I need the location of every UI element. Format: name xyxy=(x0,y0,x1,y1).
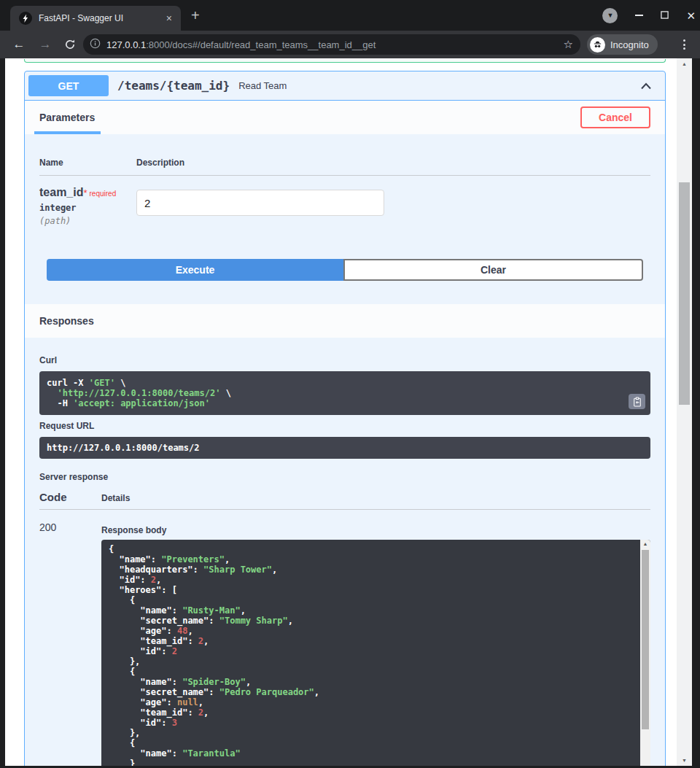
swagger-page: GET /teams/{team_id} Read Team Parameter… xyxy=(5,58,677,766)
parameters-section-header: Parameters Cancel xyxy=(25,100,665,134)
required-label: required xyxy=(90,190,117,198)
tab-title: FastAPI - Swagger UI xyxy=(39,13,163,23)
window-close-button[interactable]: ✕ xyxy=(686,10,696,21)
maximize-button[interactable] xyxy=(661,9,669,22)
parameter-type: integer xyxy=(39,203,136,213)
browser-menu-button[interactable] xyxy=(677,36,691,53)
responses-section-header: Responses xyxy=(25,304,665,338)
minimize-button[interactable] xyxy=(635,15,643,16)
request-url-label: Request URL xyxy=(39,421,650,431)
copy-to-clipboard-button[interactable] xyxy=(629,394,645,409)
page-scrollbar-thumb[interactable] xyxy=(679,182,690,405)
forward-button[interactable]: → xyxy=(35,31,55,58)
curl-command: curl -X 'GET' \ 'http://127.0.0.1:8000/t… xyxy=(39,371,650,415)
opblock-header[interactable]: GET /teams/{team_id} Read Team xyxy=(25,71,665,100)
server-response-label: Server response xyxy=(39,472,650,482)
tab-close-icon[interactable]: × xyxy=(163,12,175,24)
previous-endpoint-block-edge xyxy=(24,59,666,63)
cancel-button[interactable]: Cancel xyxy=(580,106,650,128)
url-host: 127.0.0.1 xyxy=(106,39,146,50)
scroll-up-arrow-icon[interactable]: ▲ xyxy=(640,541,650,546)
url-bar[interactable]: 127.0.0.1:8000/docs#/default/read_team_t… xyxy=(83,34,580,55)
reload-button[interactable] xyxy=(60,31,80,58)
incognito-label: Incognito xyxy=(610,39,649,50)
http-method-badge: GET xyxy=(28,75,109,96)
tab-parameters[interactable]: Parameters xyxy=(39,112,95,123)
execute-button-group: Execute Clear xyxy=(47,259,643,281)
bookmark-star-icon[interactable]: ☆ xyxy=(564,38,573,51)
column-header-description: Description xyxy=(136,158,184,168)
column-header-code: Code xyxy=(39,491,101,503)
required-star: * xyxy=(83,187,87,198)
page-scroll-up-icon[interactable]: ▲ xyxy=(677,61,692,66)
collapse-chevron-up-icon[interactable] xyxy=(640,79,652,93)
browser-titlebar: FastAPI - Swagger UI × + ▼ ✕ xyxy=(0,0,700,31)
active-tab-underline xyxy=(34,131,101,134)
execute-button[interactable]: Execute xyxy=(47,259,343,281)
response-body-scrollbar[interactable]: ▲ xyxy=(640,540,650,766)
response-body-json: { "name": "Preventers", "headquarters": … xyxy=(101,540,650,766)
curl-label: Curl xyxy=(39,355,650,365)
incognito-icon xyxy=(590,37,605,53)
endpoint-path: /teams/{team_id} xyxy=(117,79,230,93)
status-code: 200 xyxy=(39,521,101,766)
responses-body: Curl curl -X 'GET' \ 'http://127.0.0.1:8… xyxy=(25,355,665,766)
opblock-get-teams-team-id: GET /teams/{team_id} Read Team Parameter… xyxy=(24,71,666,766)
url-path: :8000/docs#/default/read_team_teams__tea… xyxy=(146,39,376,50)
incognito-badge: Incognito xyxy=(587,34,658,55)
parameter-name: team_id xyxy=(39,186,83,198)
window-frame-right xyxy=(692,58,700,768)
clear-button[interactable]: Clear xyxy=(343,259,643,281)
back-button[interactable]: ← xyxy=(9,31,29,58)
request-url-value: http://127.0.0.1:8000/teams/2 xyxy=(39,437,650,459)
browser-toolbar: ← → 127.0.0.1:8000/docs#/default/read_te… xyxy=(0,31,700,58)
column-header-details: Details xyxy=(101,493,130,503)
fastapi-favicon-icon xyxy=(19,12,32,25)
column-header-name: Name xyxy=(39,158,136,168)
chrome-update-icon[interactable]: ▼ xyxy=(602,8,618,23)
team-id-input[interactable] xyxy=(136,190,384,216)
responses-title: Responses xyxy=(39,315,94,327)
page-scrollbar[interactable]: ▲ ▼ xyxy=(677,58,692,766)
url-text: 127.0.0.1:8000/docs#/default/read_team_t… xyxy=(106,39,564,50)
parameters-table: Name Description team_id*required intege… xyxy=(25,134,665,226)
browser-tab[interactable]: FastAPI - Swagger UI × xyxy=(10,6,181,31)
endpoint-summary: Read Team xyxy=(238,80,287,91)
page-scroll-down-icon[interactable]: ▼ xyxy=(677,758,692,763)
new-tab-button[interactable]: + xyxy=(191,7,200,24)
response-row: 200 Response body { "name": "Preventers"… xyxy=(39,510,650,766)
response-body-label: Response body xyxy=(101,525,650,535)
page-info-icon[interactable] xyxy=(90,38,101,52)
response-scrollbar-thumb[interactable] xyxy=(642,550,649,729)
parameter-location: (path) xyxy=(39,216,136,226)
parameter-row: team_id*required integer (path) xyxy=(39,176,650,226)
